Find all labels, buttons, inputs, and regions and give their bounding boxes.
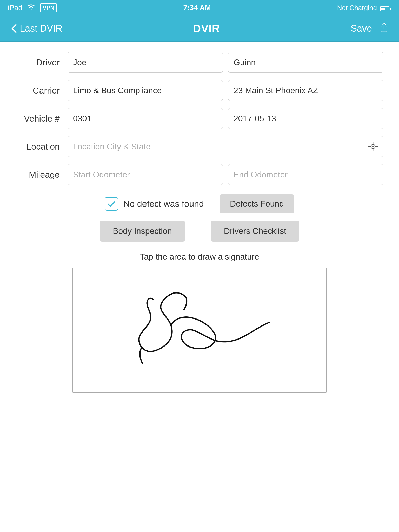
vehicle-inputs: [68, 108, 383, 129]
device-label: iPad: [8, 4, 22, 12]
mileage-inputs: [68, 164, 383, 185]
no-defect-text: No defect was found: [123, 199, 204, 209]
location-input[interactable]: [68, 136, 383, 157]
battery-icon: [380, 4, 391, 12]
back-button[interactable]: Last DVIR: [10, 23, 62, 34]
location-input-container: [68, 136, 383, 157]
carrier-address[interactable]: [228, 80, 383, 101]
driver-last-name[interactable]: [228, 52, 383, 73]
save-button[interactable]: Save: [351, 23, 372, 34]
driver-first-name[interactable]: [68, 52, 223, 73]
vehicle-number[interactable]: [68, 108, 223, 129]
start-odometer[interactable]: [68, 164, 223, 185]
vehicle-date[interactable]: [228, 108, 383, 129]
wifi-icon: [26, 3, 36, 12]
driver-label: Driver: [16, 57, 68, 68]
no-defect-checkbox[interactable]: [105, 197, 118, 211]
drivers-checklist-button[interactable]: Drivers Checklist: [211, 221, 299, 242]
driver-row: Driver: [16, 52, 383, 73]
vehicle-row: Vehicle #: [16, 108, 383, 129]
carrier-label: Carrier: [16, 85, 68, 96]
signature-area[interactable]: [72, 268, 327, 393]
status-right: Not Charging: [337, 4, 391, 12]
vehicle-label: Vehicle #: [16, 114, 68, 124]
driver-inputs: [68, 52, 383, 73]
carrier-row: Carrier: [16, 80, 383, 101]
status-time: 7:34 AM: [183, 4, 211, 12]
end-odometer[interactable]: [228, 164, 383, 185]
charging-label: Not Charging: [337, 4, 377, 12]
nav-title: DVIR: [193, 22, 220, 35]
location-label: Location: [16, 142, 68, 152]
body-inspection-button[interactable]: Body Inspection: [100, 221, 185, 242]
location-icon[interactable]: [368, 141, 378, 152]
back-label: Last DVIR: [20, 23, 62, 34]
nav-bar: Last DVIR DVIR Save: [0, 16, 399, 42]
nav-actions: Save: [351, 22, 389, 35]
mileage-row: Mileage: [16, 164, 383, 185]
carrier-name[interactable]: [68, 80, 223, 101]
no-defect-label[interactable]: No defect was found: [105, 197, 204, 211]
location-row: Location: [16, 136, 383, 157]
defects-found-button[interactable]: Defects Found: [220, 194, 294, 213]
action-buttons: Body Inspection Drivers Checklist: [16, 221, 383, 242]
status-bar: iPad VPN 7:34 AM Not Charging: [0, 0, 399, 16]
carrier-inputs: [68, 80, 383, 101]
mileage-label: Mileage: [16, 170, 68, 180]
vpn-badge: VPN: [40, 3, 57, 12]
checkbox-row: No defect was found Defects Found: [16, 194, 383, 213]
form-container: Driver Carrier Vehicle # Location: [0, 42, 399, 403]
status-left: iPad VPN: [8, 3, 57, 12]
signature-instruction: Tap the area to draw a signature: [16, 252, 383, 262]
share-button[interactable]: [379, 22, 389, 35]
svg-point-2: [372, 146, 374, 147]
